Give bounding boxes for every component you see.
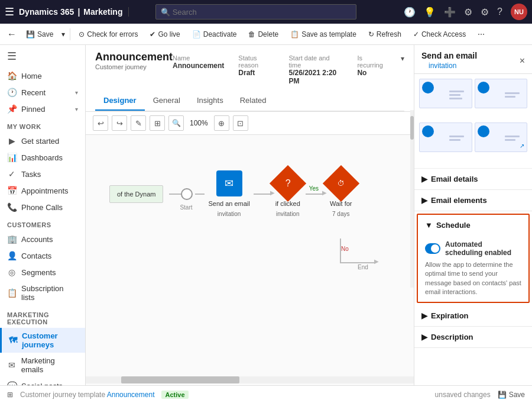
zoom-in-button[interactable]: ⊕	[214, 115, 229, 131]
active-badge: Active	[161, 391, 188, 399]
email-details-toggle[interactable]: ▶ Email details	[414, 169, 532, 189]
redo-button[interactable]: ↪	[112, 115, 127, 131]
wait-node[interactable]: ⏱ Wait for 7 days	[328, 170, 354, 217]
edit-mode-button[interactable]: ✎	[131, 115, 146, 131]
thumb-lines-1	[433, 87, 471, 102]
check-access-button[interactable]: ✓ Check Access	[408, 28, 471, 41]
panel-link[interactable]: invitation	[421, 60, 477, 71]
more-button[interactable]: ⋯	[473, 28, 489, 41]
sidebar-item-contacts[interactable]: 👤 Contacts	[0, 247, 85, 264]
expiration-section: ▶ Expiration	[414, 305, 532, 327]
tab-insights[interactable]: Insights	[189, 91, 232, 111]
sidebar-item-subscription-lists[interactable]: 📋 Subscription lists	[0, 281, 85, 305]
refresh-button[interactable]: ↻ Refresh	[364, 28, 406, 41]
fit-button[interactable]: ⊡	[233, 115, 248, 131]
status-save-button[interactable]: 💾 Save	[498, 391, 525, 399]
search-input[interactable]	[173, 8, 351, 17]
email-details-label: Email details	[431, 175, 478, 183]
sidebar-item-pinned[interactable]: 📌 Pinned ▾	[0, 101, 85, 117]
schedule-toggle[interactable]: ▼ Schedule	[418, 215, 528, 236]
meta-status-label: Status reason	[238, 54, 274, 69]
go-live-button[interactable]: ✔ Go live	[145, 28, 184, 41]
split-view-button[interactable]: ⊞	[150, 115, 165, 131]
brand-separator: |	[77, 7, 80, 17]
wait-icon: ⏱	[338, 179, 345, 188]
tab-designer[interactable]: Designer	[95, 91, 145, 111]
close-button[interactable]: ×	[520, 56, 525, 66]
yes-label: Yes	[309, 185, 319, 192]
description-toggle[interactable]: ▶ Description	[414, 327, 532, 347]
canvas-scrollbar-thumb	[121, 376, 239, 383]
expiration-toggle[interactable]: ▶ Expiration	[414, 305, 532, 326]
sidebar-label-customer-journeys: Customer journeys	[22, 331, 78, 349]
record-meta: Name Announcement Status reason Draft St…	[173, 51, 404, 89]
meta-name-label: Name	[173, 54, 224, 62]
sidebar-item-accounts[interactable]: 🏢 Accounts	[0, 231, 85, 247]
thumb-lines-4	[488, 132, 526, 143]
save-button[interactable]: 💾 Save	[21, 28, 58, 41]
filter-icon[interactable]: ⚙	[464, 7, 472, 18]
go-live-icon: ✔	[150, 30, 155, 38]
breadcrumb-link[interactable]: Announcement	[107, 391, 155, 399]
sidebar-item-appointments[interactable]: 📅 Appointments	[0, 182, 85, 199]
start-label: Start	[180, 204, 192, 211]
back-button[interactable]: ←	[5, 27, 19, 42]
sidebar-item-recent[interactable]: 🕐 Recent ▾	[0, 84, 85, 101]
sidebar-label-recent: Recent	[21, 88, 46, 97]
zoom-out-button[interactable]: 🔍	[168, 115, 184, 131]
sidebar-item-tasks[interactable]: ✓ Tasks	[0, 166, 85, 182]
delete-button[interactable]: 🗑 Delete	[244, 28, 283, 41]
hamburger-menu[interactable]: ☰	[5, 5, 14, 18]
dashboards-icon: 📊	[7, 153, 17, 162]
external-link-icon[interactable]: ↗	[520, 143, 524, 149]
help-icon[interactable]: ?	[497, 7, 502, 17]
sidebar-item-home[interactable]: 🏠 Home	[0, 67, 85, 84]
canvas-toolbar: ↩ ↪ ✎ ⊞ 🔍 100% ⊕ ⊡	[86, 112, 414, 135]
thumbnail-1[interactable]	[419, 79, 472, 108]
save-as-template-button[interactable]: 📋 Save as template	[286, 28, 361, 41]
zoom-button[interactable]: ⊞	[7, 391, 13, 399]
save-dropdown-button[interactable]: ▾	[60, 28, 66, 41]
designer-area: ↩ ↪ ✎ ⊞ 🔍 100% ⊕ ⊡ of the Dynam	[86, 112, 414, 385]
email-elements-section: ▶ Email elements	[414, 190, 532, 211]
record-tabs: Designer General Insights Related	[95, 91, 404, 111]
breadcrumb-prefix: Customer journey template	[20, 391, 105, 399]
segment-node[interactable]: of the Dynam	[109, 185, 163, 203]
email-elements-toggle[interactable]: ▶ Email elements	[414, 190, 532, 211]
chevron-down-icon: ▾	[75, 89, 78, 96]
send-email-node[interactable]: ✉ Send an email invitation	[208, 170, 249, 217]
settings-icon[interactable]: ⚙	[481, 7, 489, 18]
tab-general[interactable]: General	[145, 91, 189, 111]
user-avatar[interactable]: NU	[511, 4, 527, 20]
contacts-icon: 👤	[7, 251, 17, 260]
sidebar-item-customer-journeys[interactable]: 🗺 Customer journeys	[0, 328, 85, 353]
sidebar-item-dashboards[interactable]: 📊 Dashboards	[0, 149, 85, 166]
tab-related[interactable]: Related	[232, 91, 275, 111]
search-box[interactable]: 🔍	[155, 4, 356, 20]
sidebar-item-social-posts[interactable]: 💬 Social posts	[0, 378, 85, 385]
expand-meta-button[interactable]: ▾	[401, 54, 404, 85]
sidebar-label-segments: Segments	[21, 268, 56, 277]
thumbnail-4[interactable]: ↗	[475, 122, 528, 152]
sidebar-item-marketing-emails[interactable]: ✉ Marketing emails	[0, 353, 85, 378]
undo-button[interactable]: ↩	[93, 115, 108, 131]
thumbnail-3[interactable]	[419, 122, 472, 152]
section-header-marketing: Marketing execution	[0, 305, 85, 328]
sidebar-item-get-started[interactable]: ▶ Get started	[0, 133, 85, 149]
automated-scheduling-toggle[interactable]	[425, 243, 440, 254]
sidebar-collapse-button[interactable]: ☰	[0, 45, 85, 67]
chevron-down-icon: ▾	[61, 30, 65, 38]
add-icon[interactable]: ➕	[444, 7, 456, 18]
sidebar-item-segments[interactable]: ◎ Segments	[0, 264, 85, 281]
email-thumbnails: ↗	[414, 74, 532, 169]
panel-sections: ▶ Email details ▶ Email elements ▼ Sched…	[414, 169, 532, 385]
lightbulb-icon[interactable]: 💡	[424, 7, 436, 18]
thumbnail-2[interactable]	[475, 79, 528, 108]
check-errors-button[interactable]: ⊙ Check for errors	[74, 28, 142, 41]
canvas-scrollbar[interactable]	[86, 376, 414, 383]
condition-node[interactable]: ? if clicked invitation	[275, 170, 301, 217]
sidebar-item-phone-calls[interactable]: 📞 Phone Calls	[0, 199, 85, 215]
recent-icon[interactable]: 🕐	[404, 7, 416, 18]
journey-canvas[interactable]: of the Dynam Start ✉ Send an email	[86, 135, 414, 383]
deactivate-button[interactable]: 📄 Deactivate	[187, 28, 242, 41]
